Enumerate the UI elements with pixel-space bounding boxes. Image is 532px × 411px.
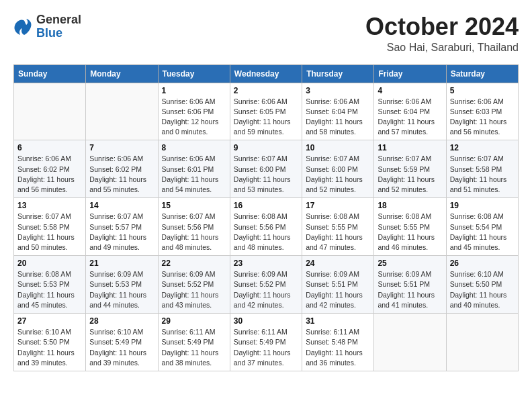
day-info: Sunrise: 6:07 AMSunset: 5:57 PMDaylight:… [89,212,154,253]
day-number: 19 [450,201,515,210]
calendar-cell [86,83,158,140]
day-number: 8 [162,143,226,152]
calendar-cell: 16Sunrise: 6:08 AMSunset: 5:56 PMDayligh… [230,198,302,256]
day-number: 5 [450,86,515,95]
day-info: Sunrise: 6:06 AMSunset: 6:01 PMDaylight:… [162,154,226,195]
day-info: Sunrise: 6:07 AMSunset: 5:56 PMDaylight:… [162,212,226,253]
calendar-week-row: 6Sunrise: 6:06 AMSunset: 6:02 PMDaylight… [14,140,519,198]
day-info: Sunrise: 6:10 AMSunset: 5:49 PMDaylight:… [89,327,154,368]
day-info: Sunrise: 6:08 AMSunset: 5:56 PMDaylight:… [234,212,298,253]
weekday-header-friday: Friday [374,64,446,83]
day-number: 6 [17,143,82,152]
calendar-cell: 22Sunrise: 6:09 AMSunset: 5:52 PMDayligh… [158,256,230,314]
day-info: Sunrise: 6:11 AMSunset: 5:49 PMDaylight:… [234,327,298,368]
calendar-cell: 11Sunrise: 6:07 AMSunset: 5:59 PMDayligh… [374,140,446,198]
day-info: Sunrise: 6:07 AMSunset: 5:59 PMDaylight:… [378,154,442,195]
weekday-header-tuesday: Tuesday [158,64,230,83]
day-number: 18 [378,201,442,210]
day-info: Sunrise: 6:06 AMSunset: 6:06 PMDaylight:… [162,97,226,138]
logo-text: General Blue [36,13,81,40]
calendar-cell: 6Sunrise: 6:06 AMSunset: 6:02 PMDaylight… [14,140,86,198]
day-number: 21 [89,259,154,268]
calendar-cell: 14Sunrise: 6:07 AMSunset: 5:57 PMDayligh… [86,198,158,256]
calendar-cell [374,314,446,371]
day-number: 20 [17,259,82,268]
day-number: 25 [378,259,442,268]
calendar-cell: 5Sunrise: 6:06 AMSunset: 6:03 PMDaylight… [446,83,518,140]
day-info: Sunrise: 6:07 AMSunset: 6:00 PMDaylight:… [306,154,370,195]
page-header: General Blue October 2024 Sao Hai, Sarab… [13,13,519,54]
day-number: 23 [234,259,298,268]
day-number: 3 [306,86,370,95]
day-number: 15 [162,201,226,210]
calendar-cell: 9Sunrise: 6:07 AMSunset: 6:00 PMDaylight… [230,140,302,198]
day-info: Sunrise: 6:08 AMSunset: 5:54 PMDaylight:… [450,212,515,253]
day-info: Sunrise: 6:06 AMSunset: 6:02 PMDaylight:… [89,154,154,195]
day-number: 13 [17,201,82,210]
month-title: October 2024 [365,13,519,40]
calendar-week-row: 13Sunrise: 6:07 AMSunset: 5:58 PMDayligh… [14,198,519,256]
day-info: Sunrise: 6:10 AMSunset: 5:50 PMDaylight:… [450,269,515,310]
day-info: Sunrise: 6:09 AMSunset: 5:52 PMDaylight:… [234,269,298,310]
calendar-cell: 21Sunrise: 6:09 AMSunset: 5:53 PMDayligh… [86,256,158,314]
calendar-cell: 7Sunrise: 6:06 AMSunset: 6:02 PMDaylight… [86,140,158,198]
weekday-header-sunday: Sunday [14,64,86,83]
day-number: 27 [17,316,82,326]
logo-bird-icon [13,17,34,36]
day-info: Sunrise: 6:06 AMSunset: 6:03 PMDaylight:… [450,97,515,138]
day-info: Sunrise: 6:07 AMSunset: 5:58 PMDaylight:… [17,212,82,253]
calendar-table: SundayMondayTuesdayWednesdayThursdayFrid… [13,64,519,371]
day-info: Sunrise: 6:10 AMSunset: 5:50 PMDaylight:… [17,327,82,368]
calendar-week-row: 27Sunrise: 6:10 AMSunset: 5:50 PMDayligh… [14,314,519,371]
calendar-cell: 23Sunrise: 6:09 AMSunset: 5:52 PMDayligh… [230,256,302,314]
logo: General Blue [13,13,81,40]
day-number: 12 [450,143,515,152]
calendar-cell [14,83,86,140]
calendar-cell: 26Sunrise: 6:10 AMSunset: 5:50 PMDayligh… [446,256,518,314]
weekday-header-saturday: Saturday [446,64,518,83]
calendar-week-row: 1Sunrise: 6:06 AMSunset: 6:06 PMDaylight… [14,83,519,140]
calendar-cell: 31Sunrise: 6:11 AMSunset: 5:48 PMDayligh… [302,314,374,371]
location-title: Sao Hai, Saraburi, Thailand [365,42,519,54]
calendar-cell: 20Sunrise: 6:08 AMSunset: 5:53 PMDayligh… [14,256,86,314]
day-number: 29 [162,316,226,326]
day-info: Sunrise: 6:07 AMSunset: 5:58 PMDaylight:… [450,154,515,195]
title-block: October 2024 Sao Hai, Saraburi, Thailand [365,13,519,54]
day-number: 10 [306,143,370,152]
calendar-cell: 12Sunrise: 6:07 AMSunset: 5:58 PMDayligh… [446,140,518,198]
calendar-cell: 28Sunrise: 6:10 AMSunset: 5:49 PMDayligh… [86,314,158,371]
day-info: Sunrise: 6:06 AMSunset: 6:02 PMDaylight:… [17,154,82,195]
day-number: 24 [306,259,370,268]
calendar-cell: 19Sunrise: 6:08 AMSunset: 5:54 PMDayligh… [446,198,518,256]
calendar-cell [446,314,518,371]
day-number: 22 [162,259,226,268]
calendar-cell: 15Sunrise: 6:07 AMSunset: 5:56 PMDayligh… [158,198,230,256]
day-info: Sunrise: 6:06 AMSunset: 6:05 PMDaylight:… [234,97,298,138]
calendar-cell: 10Sunrise: 6:07 AMSunset: 6:00 PMDayligh… [302,140,374,198]
day-number: 1 [162,86,226,95]
day-number: 16 [234,201,298,210]
day-number: 31 [306,316,370,326]
calendar-cell: 18Sunrise: 6:08 AMSunset: 5:55 PMDayligh… [374,198,446,256]
day-info: Sunrise: 6:06 AMSunset: 6:04 PMDaylight:… [306,97,370,138]
day-number: 30 [234,316,298,326]
weekday-header-wednesday: Wednesday [230,64,302,83]
day-number: 17 [306,201,370,210]
calendar-cell: 3Sunrise: 6:06 AMSunset: 6:04 PMDaylight… [302,83,374,140]
weekday-header-monday: Monday [86,64,158,83]
day-number: 9 [234,143,298,152]
day-number: 14 [89,201,154,210]
calendar-cell: 24Sunrise: 6:09 AMSunset: 5:51 PMDayligh… [302,256,374,314]
day-info: Sunrise: 6:09 AMSunset: 5:52 PMDaylight:… [162,269,226,310]
day-info: Sunrise: 6:06 AMSunset: 6:04 PMDaylight:… [378,97,442,138]
day-number: 2 [234,86,298,95]
day-info: Sunrise: 6:08 AMSunset: 5:53 PMDaylight:… [17,269,82,310]
day-number: 26 [450,259,515,268]
day-info: Sunrise: 6:09 AMSunset: 5:51 PMDaylight:… [378,269,442,310]
day-number: 28 [89,316,154,326]
day-info: Sunrise: 6:09 AMSunset: 5:53 PMDaylight:… [89,269,154,310]
day-info: Sunrise: 6:08 AMSunset: 5:55 PMDaylight:… [378,212,442,253]
calendar-cell: 2Sunrise: 6:06 AMSunset: 6:05 PMDaylight… [230,83,302,140]
day-number: 11 [378,143,442,152]
calendar-cell: 13Sunrise: 6:07 AMSunset: 5:58 PMDayligh… [14,198,86,256]
